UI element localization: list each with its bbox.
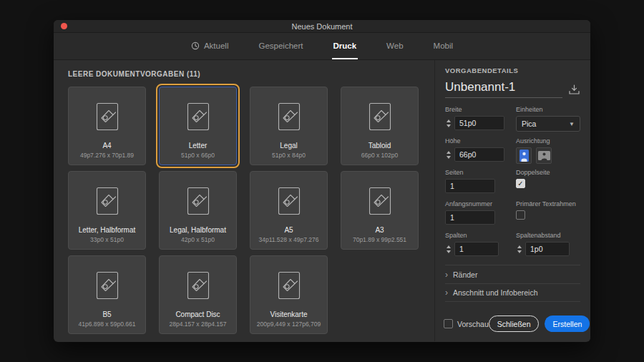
- preset-card-b5[interactable]: B5 41p6.898 x 59p0.661: [68, 255, 146, 334]
- column-gutter-cell: Spaltenabstand: [516, 232, 580, 258]
- tab-label: Mobil: [434, 41, 453, 50]
- start-number-cell: Anfangsnummer: [445, 200, 509, 227]
- units-cell: Einheiten Pica ▼: [516, 106, 580, 132]
- close-dialog-button[interactable]: Schließen: [489, 315, 540, 332]
- units-select[interactable]: Pica ▼: [516, 116, 580, 132]
- preset-size: 28p4.157 x 28p4.157: [170, 321, 227, 328]
- stepper-up-icon[interactable]: [447, 151, 451, 154]
- document-icon: [185, 172, 211, 226]
- preset-card-letter[interactable]: Letter 51p0 x 66p0: [159, 87, 237, 165]
- preset-name: A3: [375, 226, 384, 234]
- height-label: Höhe: [445, 137, 509, 145]
- height-cell: Höhe: [445, 137, 509, 164]
- units-value: Pica: [522, 119, 536, 128]
- columns-label: Spalten: [445, 232, 509, 239]
- portrait-icon: [519, 150, 529, 162]
- preset-name: Compact Disc: [175, 310, 220, 318]
- preset-card-a4[interactable]: A4 49p7.276 x 70p1.89: [68, 87, 146, 165]
- width-label: Breite: [445, 106, 509, 113]
- orientation-portrait-button[interactable]: [516, 147, 532, 164]
- bleed-slug-section-toggle[interactable]: › Anschnitt und Infobereich: [445, 283, 580, 302]
- presets-header: LEERE DOKUMENTVORGABEN (11): [68, 70, 434, 78]
- preset-card-a3[interactable]: A3 70p1.89 x 99p2.551: [341, 171, 419, 250]
- preset-size: 51p0 x 66p0: [181, 152, 215, 159]
- margins-section-toggle[interactable]: › Ränder: [445, 265, 580, 283]
- tab-mobil[interactable]: Mobil: [432, 33, 454, 59]
- document-icon: [94, 172, 120, 226]
- column-gutter-label: Spaltenabstand: [516, 232, 580, 239]
- pages-label: Seiten: [445, 169, 509, 176]
- width-stepper[interactable]: [445, 119, 452, 127]
- units-label: Einheiten: [516, 106, 580, 113]
- preset-size: 51p0 x 84p0: [272, 152, 306, 159]
- tab-gespeichert[interactable]: Gespeichert: [257, 33, 304, 59]
- save-preset-icon[interactable]: [568, 84, 580, 98]
- preset-card-a5[interactable]: A5 34p11.528 x 49p7.276: [250, 171, 328, 250]
- margins-section-label: Ränder: [453, 270, 477, 279]
- columns-cell: Spalten: [445, 232, 509, 258]
- facing-pages-checkbox[interactable]: [516, 179, 525, 188]
- document-icon: [276, 87, 302, 142]
- preset-size: 70p1.89 x 99p2.551: [353, 236, 406, 243]
- height-input[interactable]: [454, 147, 504, 162]
- new-document-dialog: Neues Dokument Aktuell Gesp: [54, 20, 590, 342]
- start-number-label: Anfangsnummer: [445, 200, 509, 207]
- preset-size: 200p9,449 x 127p6,709: [257, 321, 321, 328]
- clock-icon: [191, 41, 200, 50]
- columns-stepper[interactable]: [445, 245, 452, 253]
- tab-label: Aktuell: [204, 41, 229, 50]
- preset-size: 33p0 x 51p0: [90, 236, 124, 243]
- facing-pages-cell: Doppelseite: [516, 169, 580, 195]
- chevron-right-icon: ›: [445, 288, 448, 297]
- bleed-slug-section-label: Anschnitt und Infobereich: [453, 288, 538, 297]
- details-header: VORGABENDETAILS: [445, 67, 580, 74]
- preset-card-visitenkarte[interactable]: Visitenkarte 200p9,449 x 127p6,709: [250, 255, 328, 334]
- columns-input[interactable]: [454, 242, 499, 256]
- stepper-up-icon[interactable]: [447, 245, 451, 248]
- start-number-input[interactable]: [445, 210, 495, 225]
- column-gutter-stepper[interactable]: [516, 245, 522, 253]
- create-button[interactable]: Erstellen: [545, 315, 590, 332]
- preset-name: Letter, Halbformat: [79, 226, 135, 234]
- preset-name: Tabloid: [369, 142, 391, 150]
- primary-text-frame-checkbox[interactable]: [516, 210, 525, 220]
- stepper-down-icon[interactable]: [517, 250, 522, 253]
- preset-name: A4: [102, 142, 111, 150]
- preset-card-legal[interactable]: Legal 51p0 x 84p0: [250, 87, 328, 165]
- preview-checkbox[interactable]: [444, 319, 453, 328]
- orientation-landscape-button[interactable]: [536, 147, 552, 164]
- title-bar: Neues Dokument: [54, 20, 590, 33]
- preset-size: 49p7.276 x 70p1.89: [80, 152, 134, 159]
- width-input[interactable]: [454, 116, 504, 130]
- tab-druck[interactable]: Druck: [332, 33, 358, 59]
- document-name-input[interactable]: Unbenannt-1: [445, 80, 562, 98]
- preset-name: Letter: [189, 142, 208, 150]
- preset-name: A5: [284, 226, 293, 234]
- preset-name: Legal, Halbformat: [170, 226, 226, 234]
- chevron-down-icon: ▼: [569, 121, 575, 127]
- stepper-up-icon[interactable]: [447, 119, 451, 122]
- stepper-up-icon[interactable]: [517, 245, 522, 248]
- preset-card-legal-halbformat[interactable]: Legal, Halbformat 42p0 x 51p0: [159, 171, 237, 250]
- stepper-down-icon[interactable]: [447, 250, 451, 253]
- preset-card-letter-halbformat[interactable]: Letter, Halbformat 33p0 x 51p0: [68, 171, 146, 250]
- stepper-down-icon[interactable]: [447, 124, 451, 127]
- document-icon: [367, 87, 393, 142]
- stepper-down-icon[interactable]: [447, 156, 451, 159]
- document-icon: [94, 256, 120, 310]
- preset-size: 41p6.898 x 59p0.661: [79, 321, 136, 328]
- preset-card-tabloid[interactable]: Tabloid 66p0 x 102p0: [341, 87, 419, 165]
- preset-name: Legal: [280, 142, 297, 150]
- tab-label: Web: [386, 41, 403, 50]
- presets-area: LEERE DOKUMENTVORGABEN (11) A4: [54, 60, 434, 341]
- preset-size: 42p0 x 51p0: [181, 236, 215, 243]
- tab-web[interactable]: Web: [385, 33, 404, 59]
- tab-aktuell[interactable]: Aktuell: [190, 33, 230, 59]
- document-icon: [94, 87, 120, 142]
- preset-card-compact-disc[interactable]: Compact Disc 28p4.157 x 28p4.157: [159, 255, 237, 334]
- column-gutter-input[interactable]: [525, 242, 570, 256]
- preset-size: 34p11.528 x 49p7.276: [259, 236, 319, 243]
- pages-input[interactable]: [445, 179, 495, 193]
- height-stepper[interactable]: [445, 151, 452, 159]
- chevron-right-icon: ›: [445, 270, 448, 279]
